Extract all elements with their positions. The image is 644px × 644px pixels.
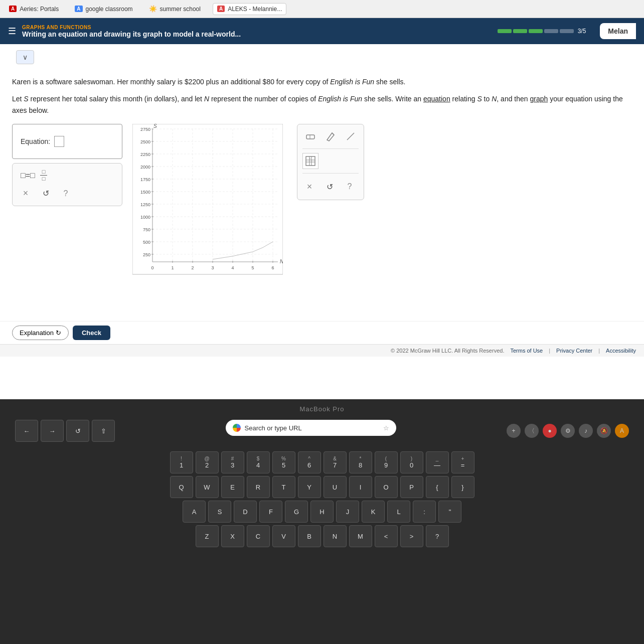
back-button[interactable]: ←: [15, 420, 38, 442]
user-icon[interactable]: A: [615, 424, 629, 438]
key-s[interactable]: S: [208, 501, 231, 523]
svg-rect-57: [306, 135, 314, 139]
key-comma[interactable]: <: [375, 525, 398, 547]
key-v[interactable]: V: [272, 525, 295, 547]
address-bar-text: Search or type URL: [245, 424, 302, 432]
key-k[interactable]: K: [362, 501, 385, 523]
equation-toolbar-row1: □=□ □ □: [19, 169, 116, 182]
keyboard-row-qwerty: Q W E R T Y U I O P { }: [10, 476, 634, 498]
mute-icon[interactable]: 🔕: [597, 424, 611, 438]
equation-box[interactable]: Equation:: [12, 124, 122, 159]
equation-undo-button[interactable]: ↺: [39, 187, 53, 201]
forward-button[interactable]: →: [41, 420, 64, 442]
settings-icon[interactable]: ⚙: [561, 424, 575, 438]
nav-icon-2[interactable]: ●: [543, 424, 557, 438]
drawing-help-button[interactable]: ?: [343, 180, 357, 194]
key-period[interactable]: >: [400, 525, 423, 547]
key-n[interactable]: N: [324, 525, 347, 547]
key-8[interactable]: *8: [349, 451, 372, 473]
key-3[interactable]: #3: [221, 451, 244, 473]
key-c[interactable]: C: [247, 525, 270, 547]
eq-fraction-symbol[interactable]: □ □: [40, 169, 48, 182]
home-button[interactable]: ⇧: [92, 420, 115, 442]
tab-summer-school[interactable]: ☀️ summer school: [145, 3, 205, 15]
key-y[interactable]: Y: [298, 476, 321, 498]
key-9[interactable]: (9: [375, 451, 398, 473]
hamburger-icon[interactable]: ☰: [8, 26, 16, 37]
tab-aleks[interactable]: A ALEKS - Melannie...: [213, 3, 286, 15]
explanation-button[interactable]: Explanation ↻: [12, 326, 69, 340]
key-t[interactable]: T: [272, 476, 295, 498]
key-bracket-close[interactable]: }: [451, 476, 474, 498]
accessibility-link[interactable]: Accessibility: [606, 348, 636, 354]
graph-container[interactable]: 2750 2500 2250 2000 1750 1500 1250 1000 …: [132, 124, 283, 279]
key-h[interactable]: H: [310, 501, 334, 523]
address-bar[interactable]: Search or type URL ☆: [226, 420, 396, 436]
reload-button[interactable]: ↺: [66, 420, 89, 442]
key-5[interactable]: %5: [272, 451, 295, 473]
key-g[interactable]: G: [285, 501, 308, 523]
key-w[interactable]: W: [196, 476, 219, 498]
key-p[interactable]: P: [400, 476, 423, 498]
key-plus[interactable]: +=: [451, 451, 474, 473]
key-f[interactable]: F: [259, 501, 282, 523]
key-bracket-open[interactable]: {: [426, 476, 449, 498]
key-x[interactable]: X: [221, 525, 244, 547]
key-q[interactable]: Q: [170, 476, 193, 498]
terms-of-use-link[interactable]: Terms of Use: [510, 348, 543, 354]
melan-button[interactable]: Melan: [600, 23, 636, 39]
equation-clear-button[interactable]: ×: [19, 187, 33, 201]
svg-rect-0: [132, 124, 283, 274]
equation-input[interactable]: [54, 136, 64, 147]
svg-text:1: 1: [171, 265, 174, 270]
key-slash[interactable]: ?: [426, 525, 449, 547]
svg-text:2: 2: [191, 265, 194, 270]
line-tool-button[interactable]: [343, 128, 359, 144]
laptop-screen: ☰ GRAPHS AND FUNCTIONS Writing an equati…: [0, 18, 644, 399]
check-button[interactable]: Check: [73, 326, 110, 340]
volume-icon[interactable]: ♪: [579, 424, 593, 438]
tab-google-classroom[interactable]: A google classroom: [71, 4, 136, 15]
macbook-label: MacBook Pro: [0, 399, 644, 413]
key-a[interactable]: A: [183, 501, 206, 523]
drawing-undo-button[interactable]: ↺: [323, 180, 337, 194]
key-4[interactable]: $4: [247, 451, 270, 473]
key-o[interactable]: O: [375, 476, 398, 498]
svg-text:1750: 1750: [140, 177, 150, 182]
bookmark-icon[interactable]: ☆: [383, 424, 389, 432]
header-content: GRAPHS AND FUNCTIONS Writing an equation…: [22, 25, 492, 38]
key-m[interactable]: M: [349, 525, 372, 547]
key-6[interactable]: ^6: [298, 451, 321, 473]
header-title: Writing an equation and drawing its grap…: [22, 30, 492, 38]
key-7[interactable]: &7: [324, 451, 347, 473]
key-b[interactable]: B: [298, 525, 321, 547]
plus-icon[interactable]: +: [507, 424, 521, 438]
key-l[interactable]: L: [387, 501, 410, 523]
key-z[interactable]: Z: [196, 525, 219, 547]
key-i[interactable]: I: [349, 476, 372, 498]
key-2[interactable]: @2: [196, 451, 219, 473]
privacy-center-link[interactable]: Privacy Center: [556, 348, 592, 354]
key-d[interactable]: D: [234, 501, 257, 523]
grid-button[interactable]: ×: [302, 153, 318, 169]
key-e[interactable]: E: [221, 476, 244, 498]
progress-seg-1: [498, 29, 512, 33]
key-colon[interactable]: :: [413, 501, 436, 523]
key-1[interactable]: !1: [170, 451, 193, 473]
key-minus[interactable]: _—: [426, 451, 449, 473]
tab-aeries[interactable]: A Aeries: Portals: [5, 4, 63, 15]
eraser-button[interactable]: [302, 128, 318, 144]
key-r[interactable]: R: [247, 476, 270, 498]
pencil-button[interactable]: [323, 128, 339, 144]
key-quote[interactable]: ": [438, 501, 461, 523]
expand-button[interactable]: ∨: [16, 50, 34, 64]
svg-text:1000: 1000: [140, 215, 150, 220]
key-j[interactable]: J: [336, 501, 359, 523]
key-0[interactable]: )0: [400, 451, 423, 473]
equation-help-button[interactable]: ?: [59, 187, 73, 201]
eq-equals-symbol[interactable]: □=□: [19, 170, 37, 181]
graph-svg[interactable]: 2750 2500 2250 2000 1750 1500 1250 1000 …: [132, 124, 283, 279]
key-u[interactable]: U: [324, 476, 347, 498]
nav-icon-1[interactable]: 〈: [525, 424, 539, 438]
drawing-clear-button[interactable]: ×: [302, 180, 316, 194]
